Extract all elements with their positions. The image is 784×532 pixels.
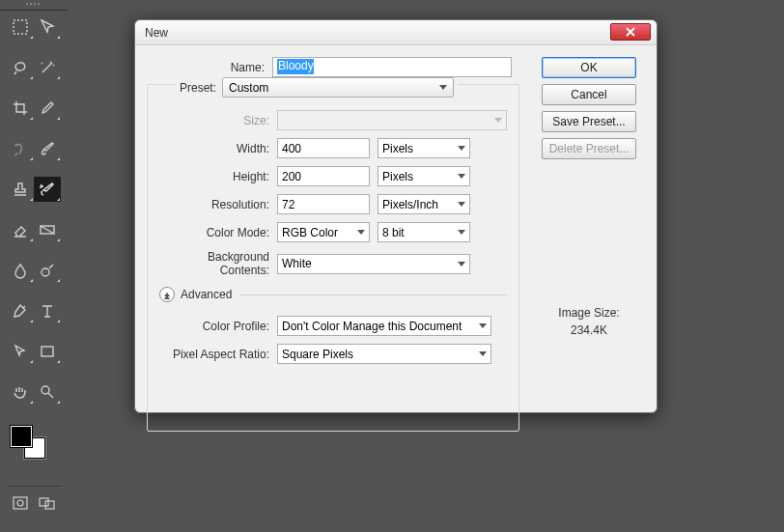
pen-icon <box>12 302 29 320</box>
preset-select[interactable]: Custom <box>222 77 454 98</box>
colorprofile-value: Don't Color Manage this Document <box>282 320 462 333</box>
move-tool[interactable] <box>34 14 61 40</box>
preset-value: Custom <box>229 81 268 95</box>
blur-icon <box>12 262 29 279</box>
chevron-down-icon <box>458 146 465 151</box>
preset-row: Preset: Custom <box>176 77 458 98</box>
shape-tool[interactable] <box>34 339 61 364</box>
blur-tool[interactable] <box>7 258 34 283</box>
eraser-tool[interactable] <box>7 217 34 242</box>
chevron-down-icon <box>439 85 447 90</box>
gradient-tool[interactable] <box>34 217 61 242</box>
pen-tool[interactable] <box>7 298 34 323</box>
dialog-title: New <box>145 26 168 40</box>
resolution-unit-value: Pixels/Inch <box>382 198 438 211</box>
width-label: Width: <box>159 142 277 155</box>
healing-brush-tool[interactable] <box>7 136 34 161</box>
size-label: Size: <box>159 114 277 127</box>
history-brush-tool[interactable] <box>34 177 61 202</box>
chevron-down-icon <box>357 230 365 235</box>
magic-wand-icon <box>39 59 56 76</box>
lasso-tool[interactable] <box>7 55 34 80</box>
svg-rect-5 <box>14 497 27 509</box>
height-unit-select[interactable]: Pixels <box>378 166 470 186</box>
chevron-down-icon <box>458 174 465 179</box>
height-label: Height: <box>159 170 277 183</box>
colormode-label: Color Mode: <box>159 226 277 239</box>
dialog-titlebar[interactable]: New <box>135 20 657 45</box>
colorprofile-select[interactable]: Don't Color Manage this Document <box>277 316 491 336</box>
par-select[interactable]: Square Pixels <box>277 344 491 364</box>
quick-mask-icon[interactable] <box>12 495 29 511</box>
close-icon <box>626 27 635 37</box>
size-select <box>277 110 507 130</box>
image-size-label: Image Size: <box>558 306 619 320</box>
eraser-icon <box>12 221 29 238</box>
divider <box>239 294 507 295</box>
brush-tool[interactable] <box>34 136 61 161</box>
chevron-down-icon <box>458 230 465 235</box>
svg-rect-3 <box>42 347 53 356</box>
marquee-tool[interactable] <box>7 14 34 40</box>
bgcontents-select[interactable]: White <box>277 254 470 274</box>
zoom-icon <box>39 383 56 401</box>
colormode-select[interactable]: RGB Color <box>277 222 370 242</box>
svg-rect-8 <box>45 501 54 509</box>
width-input[interactable] <box>277 138 370 158</box>
name-row: Name: <box>147 57 512 77</box>
stamp-icon <box>12 181 29 198</box>
resolution-label: Resolution: <box>159 198 277 211</box>
stamp-tool[interactable] <box>7 177 34 202</box>
path-select-tool[interactable] <box>7 339 34 364</box>
dodge-tool[interactable] <box>34 258 61 283</box>
cancel-button[interactable]: Cancel <box>542 84 636 105</box>
marquee-icon <box>12 18 29 36</box>
crop-tool[interactable] <box>7 96 34 121</box>
eyedropper-icon <box>39 99 56 117</box>
svg-rect-0 <box>14 20 27 34</box>
close-button[interactable] <box>610 23 651 41</box>
delete-preset-button: Delete Preset... <box>542 138 636 159</box>
magic-wand-tool[interactable] <box>34 55 61 80</box>
name-input[interactable] <box>272 57 512 77</box>
svg-point-4 <box>42 386 49 394</box>
svg-point-2 <box>42 268 49 276</box>
advanced-toggle[interactable] <box>159 287 175 302</box>
height-input[interactable] <box>277 166 370 186</box>
toolbox <box>0 11 68 532</box>
colordepth-select[interactable]: 8 bit <box>378 222 470 242</box>
ok-button[interactable]: OK <box>542 57 636 78</box>
foreground-color[interactable] <box>11 426 32 447</box>
colorprofile-label: Color Profile: <box>159 320 277 333</box>
hand-tool[interactable] <box>7 379 34 405</box>
history-brush-icon <box>39 181 56 198</box>
dialog-button-column: OK Cancel Save Preset... Delete Preset..… <box>535 57 643 337</box>
zoom-tool[interactable] <box>34 379 61 405</box>
settings-fieldset: Preset: Custom Size: Width: Pixels <box>147 84 519 432</box>
par-label: Pixel Aspect Ratio: <box>159 348 277 361</box>
gradient-icon <box>39 221 56 238</box>
hand-icon <box>12 383 29 401</box>
path-select-icon <box>12 343 29 360</box>
image-size-block: Image Size: 234.4K <box>558 306 619 337</box>
screen-mode-icon[interactable] <box>39 495 56 511</box>
move-icon <box>39 18 56 36</box>
width-unit-value: Pixels <box>382 142 413 155</box>
eyedropper-tool[interactable] <box>34 96 61 121</box>
new-document-dialog: New Name: Bloody OK Cancel Save Preset..… <box>134 19 658 413</box>
bgcontents-label: Background Contents: <box>159 250 277 277</box>
type-icon <box>39 302 56 320</box>
resolution-unit-select[interactable]: Pixels/Inch <box>378 194 470 214</box>
type-tool[interactable] <box>34 298 61 323</box>
bgcontents-value: White <box>282 257 312 270</box>
toolbox-handle[interactable] <box>0 0 68 11</box>
lasso-icon <box>12 59 29 76</box>
width-unit-select[interactable]: Pixels <box>378 138 470 158</box>
healing-brush-icon <box>12 140 29 157</box>
advanced-label: Advanced <box>181 288 232 301</box>
height-unit-value: Pixels <box>382 170 413 183</box>
chevron-down-icon <box>479 351 487 356</box>
colordepth-value: 8 bit <box>382 226 405 239</box>
resolution-input[interactable] <box>277 194 370 214</box>
save-preset-button[interactable]: Save Preset... <box>542 111 636 132</box>
